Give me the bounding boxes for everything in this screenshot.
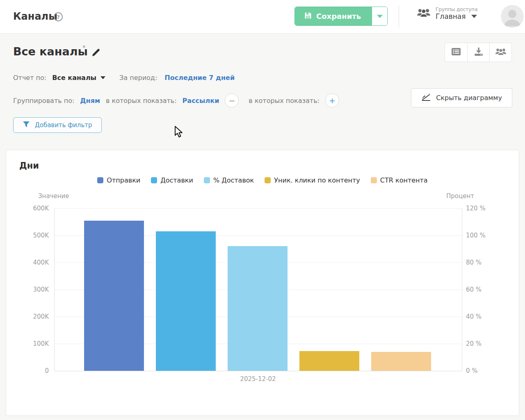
show-in-link-1[interactable]: Рассылки [183, 97, 219, 105]
legend-swatch [204, 177, 210, 183]
show-in-label-2: в которых показать: [249, 97, 320, 105]
value-axis-line [54, 208, 55, 371]
legend-label: Уник. клики по контенту [274, 176, 360, 184]
save-icon [304, 11, 312, 21]
header-divider [399, 5, 399, 27]
add-filter-label: Добавить фильтр [35, 121, 92, 129]
right-axis-title: Процент [446, 192, 474, 200]
legend-swatch [151, 177, 157, 183]
left-axis-title: Значение [38, 192, 69, 200]
minus-icon: − [228, 96, 235, 105]
page-title: Все каналы [13, 45, 88, 58]
save-split-button: Сохранить [294, 7, 388, 26]
report-list-button[interactable] [445, 43, 467, 62]
legend-label: Доставки [160, 176, 193, 184]
chart-legend: ОтправкиДоставки% ДоставокУник. клики по… [6, 176, 519, 184]
chevron-down-icon [471, 15, 477, 18]
access-group-selector[interactable]: Группы доступа Главная [417, 7, 478, 21]
legend-label: CTR контента [380, 176, 428, 184]
report-by-value: Все каналы [52, 74, 96, 82]
period-label: За период: [119, 74, 157, 82]
download-button[interactable] [467, 43, 489, 62]
value-axis-tick-label: 0 [18, 367, 49, 375]
chart-title: Дни [19, 161, 39, 171]
period-link[interactable]: Последние 7 дней [164, 74, 235, 82]
legend-swatch [97, 177, 103, 183]
show-in-label-1: в которых показать: [106, 97, 177, 105]
legend-item-2[interactable]: Доставки [151, 176, 193, 184]
remove-grouping-button[interactable]: − [225, 94, 239, 107]
percent-axis-tick-label: 40 % [466, 313, 482, 321]
value-axis-tick-label: 600K [18, 204, 49, 212]
legend-label: Отправки [107, 176, 140, 184]
add-grouping-button[interactable]: + [325, 94, 339, 107]
legend-swatch [265, 177, 271, 183]
users-icon [417, 7, 431, 20]
save-button-label: Сохранить [316, 12, 361, 21]
chart-card: Дни ОтправкиДоставки% ДоставокУник. клик… [6, 150, 519, 416]
chevron-down-icon [100, 76, 105, 79]
report-by-dropdown[interactable]: Все каналы [52, 74, 105, 82]
avatar[interactable] [501, 5, 524, 28]
percent-axis-tick-label: 80 % [466, 258, 482, 267]
chart-crossed-icon [421, 93, 431, 103]
list-icon [451, 48, 461, 57]
report-by-label: Отчет по: [13, 74, 46, 82]
value-axis-tick-label: 500K [18, 231, 49, 240]
percent-axis-tick-label: 60 % [466, 285, 482, 294]
value-axis-tick-label: 400K [18, 258, 49, 267]
gridline [54, 371, 462, 371]
chart-bar-series-5[interactable] [371, 352, 431, 371]
share-access-button[interactable] [489, 43, 511, 62]
required-mark: * [82, 44, 86, 52]
download-icon [474, 47, 484, 58]
value-axis-tick-label: 300K [18, 285, 49, 294]
hide-chart-button[interactable]: Скрыть диаграмму [411, 88, 512, 107]
save-button[interactable]: Сохранить [295, 7, 372, 25]
legend-label: % Доставок [213, 176, 254, 184]
legend-item-3[interactable]: % Доставок [204, 176, 254, 184]
grouping-row: Группировать по: Дням в которых показать… [13, 94, 339, 107]
legend-swatch [371, 177, 377, 183]
gridline [54, 208, 462, 209]
percent-axis-tick-label: 120 % [466, 204, 486, 212]
value-axis-tick-label: 100K [18, 340, 49, 348]
percent-axis-line [462, 208, 462, 371]
chevron-down-icon [377, 15, 383, 18]
group-by-label: Группировать по: [13, 97, 74, 105]
plus-icon: + [329, 96, 336, 105]
chart-bar-series-2[interactable] [156, 231, 216, 371]
help-icon[interactable]: ? [54, 12, 63, 21]
percent-axis-tick-label: 20 % [466, 340, 482, 348]
app-header: Каналы ? Сохранить [0, 0, 525, 34]
report-actions-group [445, 43, 512, 62]
app-title: Каналы [13, 11, 57, 22]
legend-item-4[interactable]: Уник. клики по контенту [265, 176, 360, 184]
chart-bar-series-3[interactable] [228, 246, 288, 371]
group-by-link[interactable]: Дням [80, 97, 100, 105]
legend-item-1[interactable]: Отправки [97, 176, 140, 184]
edit-pencil-icon[interactable] [91, 48, 101, 59]
hide-chart-label: Скрыть диаграмму [436, 94, 502, 102]
chart-bar-series-1[interactable] [84, 221, 144, 371]
filter-funnel-icon [23, 121, 30, 129]
legend-item-5[interactable]: CTR контента [371, 176, 428, 184]
report-settings-row: Отчет по: Все каналы За период: Последни… [13, 74, 235, 82]
x-axis-category-label: 2025-12-02 [54, 375, 462, 383]
access-group-label: Группы доступа [436, 7, 478, 12]
users-icon [495, 47, 507, 58]
add-filter-button[interactable]: Добавить фильтр [13, 117, 102, 133]
save-options-button[interactable] [372, 7, 387, 25]
mouse-cursor [174, 126, 185, 139]
percent-axis-tick-label: 100 % [466, 231, 486, 240]
value-axis-tick-label: 200K [18, 313, 49, 321]
chart-bar-series-4[interactable] [299, 351, 359, 371]
percent-axis-tick-label: 0 % [466, 367, 478, 375]
access-group-value: Главная [436, 12, 466, 21]
